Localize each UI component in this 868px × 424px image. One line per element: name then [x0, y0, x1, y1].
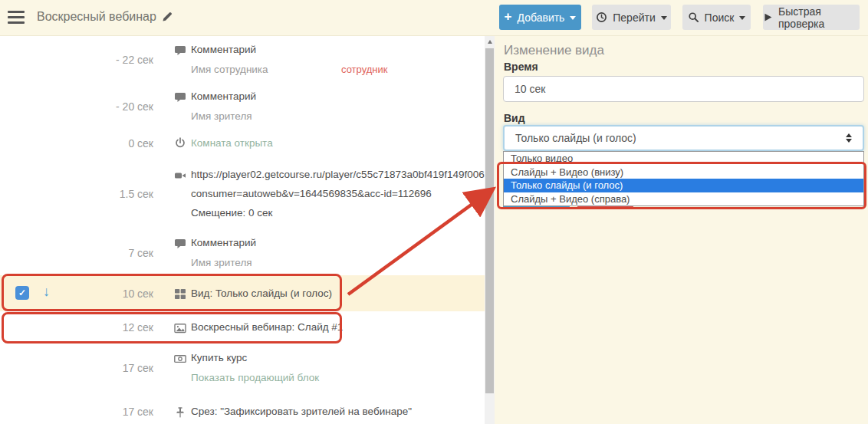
row-subtitle: Имя сотрудника — [191, 64, 485, 76]
row-time: 17 сек — [0, 362, 169, 374]
row-title: Воскресный вебинар: Слайд #1 — [191, 321, 485, 334]
video-camera-icon — [174, 169, 186, 182]
table-row[interactable]: - 22 сек Комментарий Имя сотрудника сотр… — [0, 44, 485, 76]
video-url-line: https://player02.getcourse.ru/player/c55… — [191, 165, 485, 184]
table-row[interactable]: 1.5 сек https://player02.getcourse.ru/pl… — [0, 165, 485, 222]
timeline-panel: ✓ ↓ - 22 сек Комментарий Имя сотрудника … — [0, 36, 485, 424]
status-badge: сотрудник — [341, 64, 387, 75]
dropdown-option[interactable]: Слайды + Видео (справа) — [504, 192, 863, 206]
row-title: Срез: "Зафиксировать зрителей на вебинар… — [191, 406, 485, 418]
add-button-label: Добавить — [518, 12, 565, 24]
pin-icon — [174, 406, 186, 419]
row-title: Комната открыта — [191, 137, 485, 150]
dropdown-option[interactable]: Слайды + Видео (внизу) — [504, 166, 863, 179]
image-icon — [174, 322, 186, 334]
view-dropdown-list: Только видео Слайды + Видео (внизу) Толь… — [503, 151, 864, 206]
row-title: Комментарий — [191, 237, 485, 249]
view-select-value: Только слайды (и голос) — [515, 132, 636, 144]
row-subtitle: Имя зрителя — [191, 257, 485, 269]
time-field-label: Время — [504, 61, 538, 73]
goto-button[interactable]: Перейти — [592, 5, 671, 30]
scroll-up-button[interactable] — [485, 36, 495, 47]
table-row[interactable]: 17 сек Купить курс Показать продающий бл… — [0, 352, 485, 384]
webinar-title: Воскресный вебинар — [37, 10, 174, 24]
video-params-line: consumer=autoweb&v=1644569835&acc-id=112… — [191, 184, 485, 203]
table-row[interactable]: 7 сек Комментарий Имя зрителя — [0, 237, 485, 269]
hamburger-menu-icon[interactable] — [8, 11, 25, 24]
scrollbar[interactable] — [485, 36, 495, 424]
plus-icon: + — [505, 10, 512, 23]
row-time: 1.5 сек — [0, 188, 169, 200]
chevron-down-icon — [570, 16, 576, 20]
table-row[interactable]: 12 сек Воскресный вебинар: Слайд #1 — [0, 313, 485, 342]
money-icon — [174, 353, 186, 365]
row-title: Купить курс — [191, 352, 485, 364]
chevron-down-icon — [739, 16, 745, 20]
comment-icon — [174, 91, 186, 104]
play-icon — [763, 12, 773, 22]
comment-icon — [174, 238, 186, 250]
time-input[interactable] — [503, 76, 864, 102]
comment-icon — [174, 44, 186, 57]
select-updown-icon — [846, 133, 852, 143]
chevron-down-icon — [661, 16, 667, 20]
power-icon — [174, 137, 186, 150]
video-offset-line: Смещение: 0 сек — [191, 203, 485, 222]
show-sales-block-link[interactable]: Показать продающий блок — [191, 372, 485, 384]
row-title: Комментарий — [191, 44, 485, 56]
clock-icon — [596, 12, 607, 23]
goto-button-label: Перейти — [613, 12, 655, 24]
table-row[interactable]: - 20 сек Комментарий Имя зрителя — [0, 90, 485, 123]
row-time: 17 сек — [0, 406, 169, 418]
edit-pencil-icon[interactable] — [162, 11, 174, 23]
search-button-label: Поиск — [705, 12, 735, 24]
row-title: Комментарий — [191, 90, 485, 103]
add-button[interactable]: + Добавить — [499, 5, 581, 30]
table-row[interactable]: 17 сек Срез: "Зафиксировать зрителей на … — [0, 401, 485, 422]
page-title: Изменение вида — [504, 43, 604, 58]
row-time: 10 сек — [0, 288, 169, 300]
row-time: - 20 сек — [0, 100, 169, 113]
quick-check-button[interactable]: Быстрая проверка — [763, 5, 860, 30]
scrollbar-thumb[interactable] — [485, 48, 494, 393]
grid-icon — [174, 288, 186, 300]
view-select[interactable]: Только слайды (и голос) — [503, 125, 864, 151]
view-field-label: Вид — [504, 112, 525, 124]
row-time: 0 сек — [0, 137, 169, 150]
row-time: 7 сек — [0, 247, 169, 259]
top-bar: Воскресный вебинар + Добавить Перейти По… — [0, 0, 868, 36]
table-row[interactable]: 0 сек Комната открыта — [0, 136, 485, 150]
row-time: - 22 сек — [0, 54, 169, 66]
search-icon — [688, 12, 699, 23]
autowebinar-editor: Воскресный вебинар + Добавить Перейти По… — [0, 0, 868, 424]
row-subtitle: Имя зрителя — [191, 110, 485, 123]
table-row-selected[interactable]: 10 сек Вид: Только слайды (и голос) — [0, 275, 485, 311]
dropdown-option-selected[interactable]: Только слайды (и голос) — [504, 179, 863, 192]
search-button[interactable]: Поиск — [682, 5, 751, 30]
row-title: Вид: Только слайды (и голос) — [191, 288, 485, 300]
webinar-title-text: Воскресный вебинар — [37, 10, 156, 24]
dropdown-option[interactable]: Только видео — [504, 152, 863, 166]
row-time: 12 сек — [0, 321, 169, 334]
quick-check-button-label: Быстрая проверка — [778, 5, 860, 30]
